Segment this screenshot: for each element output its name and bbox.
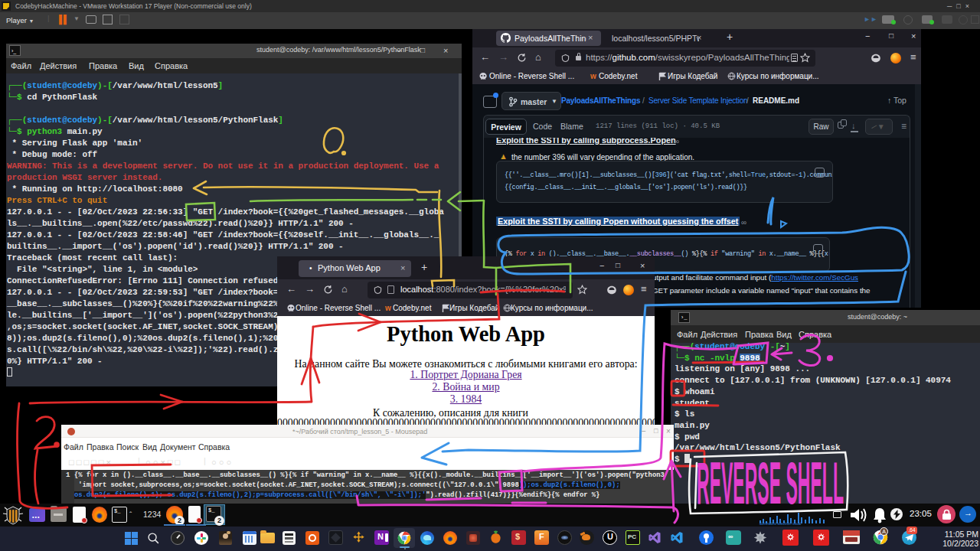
svg-text:dominating spectrum visual: dominating spectrum visual [760,522,802,525]
